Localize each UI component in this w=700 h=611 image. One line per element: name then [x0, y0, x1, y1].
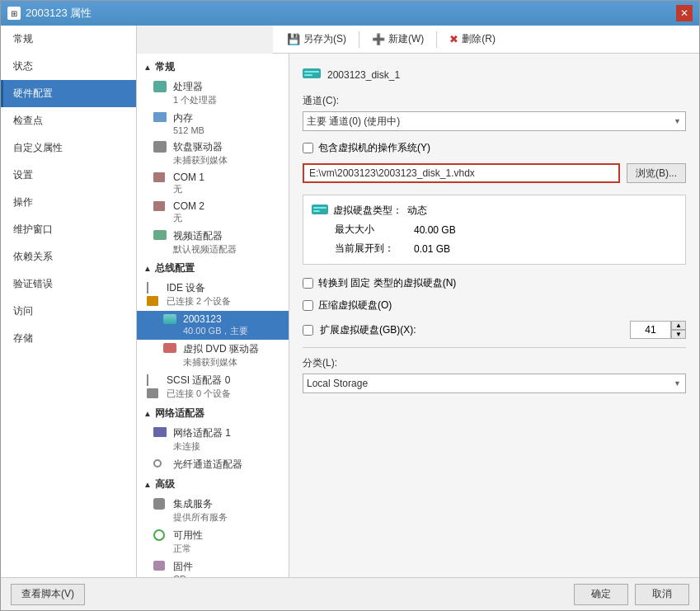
sidebar-item-dependency[interactable]: 依赖关系	[1, 243, 136, 270]
section-general[interactable]: ▲ 常规	[137, 57, 289, 78]
disk-title: 2003123_disk_1	[303, 67, 686, 82]
scsi-icon	[147, 374, 163, 401]
firmware-icon	[153, 561, 170, 573]
ram-icon	[153, 112, 170, 125]
title-bar: ⊞ 2003123 属性 ✕	[1, 1, 699, 26]
toolbar-separator-2	[436, 31, 437, 48]
expand-spinbox: ▲ ▼	[630, 321, 686, 339]
include-os-row[interactable]: 包含虚拟机的操作系统(Y)	[303, 141, 686, 155]
tree-item-com2[interactable]: COM 2 无	[137, 198, 289, 227]
sidebar-item-maintenance[interactable]: 维护窗口	[1, 216, 136, 243]
section-network[interactable]: ▲ 网络适配器	[137, 403, 289, 424]
compress-row[interactable]: 压缩虚拟硬盘(O)	[303, 298, 686, 313]
disk-title-icon	[303, 67, 321, 82]
sidebar-item-checkpoint[interactable]: 检查点	[1, 107, 136, 134]
disk-name: 2003123_disk_1	[327, 69, 400, 81]
svg-rect-5	[313, 210, 320, 212]
disk-currentsize-value: 0.01 GB	[414, 243, 450, 255]
sidebar-item-access[interactable]: 访问	[1, 298, 136, 325]
tree-item-netadapter1[interactable]: 网络适配器 1 未连接	[137, 424, 289, 455]
disk-maxsize-row: 最大大小 40.00 GB	[312, 223, 677, 237]
file-path-input[interactable]	[303, 163, 620, 183]
detail-panel: 2003123_disk_1 通道(C): 主要 通道(0) (使用中) 包含虚…	[289, 54, 699, 577]
tree-item-dvd[interactable]: 虚拟 DVD 驱动器 未捕获到媒体	[137, 340, 289, 371]
close-button[interactable]: ✕	[676, 5, 693, 21]
toolbar: 💾 另存为(S) ➕ 新建(W) ✖ 删除(R)	[273, 26, 699, 54]
integration-icon	[153, 498, 170, 512]
save-label: 另存为(S)	[303, 32, 346, 46]
expand-label: 扩展虚拟硬盘(GB)(X):	[320, 323, 416, 337]
main-window: ⊞ 2003123 属性 ✕ 常规 状态 硬件配置 检查点 自定义属性 设置 操…	[0, 0, 700, 611]
category-group: 分类(L): Local Storage	[303, 356, 686, 393]
section-bus[interactable]: ▲ 总线配置	[137, 258, 289, 279]
sidebar-item-hardware[interactable]: 硬件配置	[1, 80, 136, 107]
main-area: 常规 状态 硬件配置 检查点 自定义属性 设置 操作 维护窗口 依赖关系 验证错…	[1, 26, 699, 577]
cancel-button[interactable]: 取消	[635, 584, 689, 605]
sidebar-item-verify[interactable]: 验证错误	[1, 270, 136, 298]
script-button[interactable]: 查看脚本(V)	[11, 584, 85, 605]
sidebar-item-general[interactable]: 常规	[1, 26, 136, 53]
disk-type-value: 动态	[407, 204, 427, 218]
disk-type-key: 虚拟硬盘类型：	[333, 204, 402, 218]
browse-button[interactable]: 浏览(B)...	[627, 163, 686, 183]
tree-item-video[interactable]: 视频适配器 默认视频适配器	[137, 227, 289, 258]
tree-item-fiber[interactable]: 光纤通道适配器	[137, 455, 289, 474]
include-os-checkbox[interactable]	[303, 143, 313, 153]
expand-checkbox[interactable]	[303, 325, 313, 336]
channel-label: 通道(C):	[303, 94, 686, 108]
compress-checkbox[interactable]	[303, 300, 313, 311]
netadapter1-icon	[153, 427, 170, 439]
tree-item-ide[interactable]: IDE 设备 已连接 2 个设备	[137, 279, 289, 311]
sidebar-item-custom[interactable]: 自定义属性	[1, 134, 136, 162]
svg-rect-4	[313, 207, 327, 209]
new-icon: ➕	[372, 33, 385, 45]
bottom-right-buttons: 确定 取消	[574, 584, 689, 605]
sidebar-item-settings[interactable]: 设置	[1, 162, 136, 189]
file-path-row: 浏览(B)...	[303, 163, 686, 183]
tree-item-com1[interactable]: COM 1 无	[137, 169, 289, 198]
toolbar-separator-1	[359, 31, 359, 48]
vhd-icon	[163, 314, 180, 327]
section-general-label: 常规	[155, 60, 175, 74]
tree-item-ram[interactable]: 内存 512 MB	[137, 109, 289, 138]
sidebar-item-storage[interactable]: 存储	[1, 325, 136, 352]
tree-item-floppy[interactable]: 软盘驱动器 未捕获到媒体	[137, 138, 289, 169]
left-sidebar: 常规 状态 硬件配置 检查点 自定义属性 设置 操作 维护窗口 依赖关系 验证错…	[1, 26, 137, 577]
section-advanced[interactable]: ▲ 高级	[137, 474, 289, 495]
tree-item-scsi[interactable]: SCSI 适配器 0 已连接 0 个设备	[137, 371, 289, 403]
sidebar-item-action[interactable]: 操作	[1, 189, 136, 216]
channel-select[interactable]: 主要 通道(0) (使用中)	[303, 111, 686, 131]
divider	[303, 347, 686, 348]
tree-item-integration[interactable]: 集成服务 提供所有服务	[137, 495, 289, 526]
window-icon: ⊞	[7, 7, 21, 20]
save-button[interactable]: 💾 另存为(S)	[280, 29, 354, 49]
category-select-wrapper: Local Storage	[303, 374, 686, 393]
category-label: 分类(L):	[303, 356, 686, 370]
tree-item-availability[interactable]: 可用性 正常	[137, 526, 289, 557]
tree-item-firmware[interactable]: 固件 CD	[137, 557, 289, 577]
tree-item-cpu[interactable]: 处理器 1 个处理器	[137, 78, 289, 109]
disk-maxsize-value: 40.00 GB	[414, 224, 456, 236]
expand-value-input[interactable]	[630, 321, 671, 339]
tree-item-disk2003[interactable]: 2003123 40.00 GB，主要	[137, 311, 289, 340]
spinbox-down-button[interactable]: ▼	[671, 330, 686, 339]
delete-label: 删除(R)	[462, 32, 496, 46]
section-network-label: 网络适配器	[155, 407, 204, 421]
com1-icon	[153, 172, 170, 185]
section-bus-label: 总线配置	[155, 261, 195, 275]
spinbox-up-button[interactable]: ▲	[671, 321, 686, 330]
com2-icon	[153, 201, 170, 214]
delete-icon: ✖	[449, 33, 458, 45]
delete-button[interactable]: ✖ 删除(R)	[442, 29, 503, 49]
sidebar-item-status[interactable]: 状态	[1, 53, 136, 80]
spinbox-buttons: ▲ ▼	[671, 321, 686, 339]
svg-rect-3	[312, 204, 328, 214]
ok-button[interactable]: 确定	[574, 584, 628, 605]
new-button[interactable]: ➕ 新建(W)	[364, 29, 431, 49]
category-select[interactable]: Local Storage	[303, 374, 686, 393]
disk-info-box: 虚拟硬盘类型： 动态 最大大小 40.00 GB 当前展开到： 0.01 GB	[303, 195, 686, 265]
convert-checkbox[interactable]	[303, 278, 313, 289]
floppy-icon	[153, 141, 170, 155]
convert-row[interactable]: 转换到 固定 类型的虚拟硬盘(N)	[303, 276, 686, 290]
convert-label: 转换到 固定 类型的虚拟硬盘(N)	[318, 276, 456, 290]
